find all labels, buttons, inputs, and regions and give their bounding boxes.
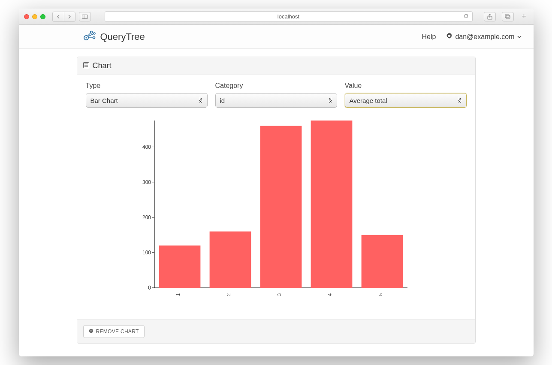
list-icon xyxy=(83,61,89,70)
svg-rect-29 xyxy=(159,245,200,288)
forward-button[interactable] xyxy=(64,12,75,21)
panel-footer: REMOVE CHART xyxy=(77,320,475,343)
svg-rect-4 xyxy=(505,15,509,18)
svg-text:100: 100 xyxy=(142,250,151,256)
type-select[interactable]: Bar Chart xyxy=(86,93,208,108)
bar-chart: 010020030040012345 xyxy=(137,116,412,305)
chevron-down-icon xyxy=(517,33,522,41)
svg-rect-3 xyxy=(506,15,510,18)
panel-body: Type Bar Chart Category id Value xyxy=(77,75,475,320)
minimize-window-button[interactable] xyxy=(32,14,37,19)
category-select[interactable]: id xyxy=(215,93,337,108)
maximize-window-button[interactable] xyxy=(40,14,45,19)
type-label: Type xyxy=(86,82,208,90)
category-control: Category id xyxy=(215,82,337,108)
svg-text:400: 400 xyxy=(142,144,151,150)
content: Chart Type Bar Chart Category id xyxy=(19,49,534,356)
svg-text:4: 4 xyxy=(327,293,332,296)
help-link[interactable]: Help xyxy=(422,33,436,41)
new-tab-button[interactable]: + xyxy=(520,12,528,21)
svg-rect-31 xyxy=(209,232,251,288)
reload-icon[interactable] xyxy=(463,13,469,20)
svg-rect-0 xyxy=(82,15,87,18)
tabs-button[interactable] xyxy=(502,12,514,21)
browser-window: localhost + xyxy=(19,9,534,356)
app-header: QueryTree Help dan@example.com xyxy=(19,25,534,49)
minus-circle-icon xyxy=(89,329,94,335)
svg-text:5: 5 xyxy=(378,293,383,296)
category-select-value: id xyxy=(220,97,225,104)
svg-point-8 xyxy=(90,31,92,33)
value-select[interactable]: Average total xyxy=(345,93,467,108)
gear-icon xyxy=(446,33,452,41)
back-button[interactable] xyxy=(53,12,64,21)
svg-text:3: 3 xyxy=(277,293,282,296)
chart-area: 010020030040012345 xyxy=(86,112,467,315)
svg-rect-37 xyxy=(361,235,403,288)
window-controls xyxy=(24,14,45,19)
controls-row: Type Bar Chart Category id Value xyxy=(86,82,467,108)
share-button[interactable] xyxy=(484,12,496,21)
logo-icon xyxy=(83,30,96,44)
svg-point-10 xyxy=(93,36,95,39)
nav-buttons xyxy=(52,12,75,22)
remove-chart-button[interactable]: REMOVE CHART xyxy=(83,325,145,338)
type-select-value: Bar Chart xyxy=(90,97,118,104)
panel-header: Chart xyxy=(77,57,475,75)
chart-panel: Chart Type Bar Chart Category id xyxy=(77,57,476,344)
svg-text:300: 300 xyxy=(142,179,151,185)
sidebar-toggle-button[interactable] xyxy=(79,12,91,21)
svg-text:2: 2 xyxy=(226,293,231,296)
value-label: Value xyxy=(345,82,467,90)
svg-text:1: 1 xyxy=(175,293,181,296)
svg-rect-35 xyxy=(311,121,352,288)
user-menu[interactable]: dan@example.com xyxy=(446,33,521,41)
url-text: localhost xyxy=(278,13,299,20)
header-right: Help dan@example.com xyxy=(422,33,522,41)
remove-chart-label: REMOVE CHART xyxy=(96,329,139,335)
brand[interactable]: QueryTree xyxy=(83,30,145,44)
svg-point-12 xyxy=(94,33,95,34)
value-control: Value Average total xyxy=(345,82,467,108)
url-bar[interactable]: localhost xyxy=(105,11,473,22)
brand-name: QueryTree xyxy=(100,31,145,42)
svg-rect-40 xyxy=(90,331,92,331)
browser-chrome: localhost + xyxy=(19,9,534,25)
svg-text:0: 0 xyxy=(148,285,151,291)
svg-text:200: 200 xyxy=(142,214,151,220)
svg-point-6 xyxy=(85,37,87,38)
close-window-button[interactable] xyxy=(24,14,29,19)
type-control: Type Bar Chart xyxy=(86,82,208,108)
category-label: Category xyxy=(215,82,337,90)
panel-title: Chart xyxy=(93,61,112,70)
value-select-value: Average total xyxy=(350,97,387,104)
svg-rect-33 xyxy=(260,126,302,288)
user-email: dan@example.com xyxy=(455,33,514,41)
